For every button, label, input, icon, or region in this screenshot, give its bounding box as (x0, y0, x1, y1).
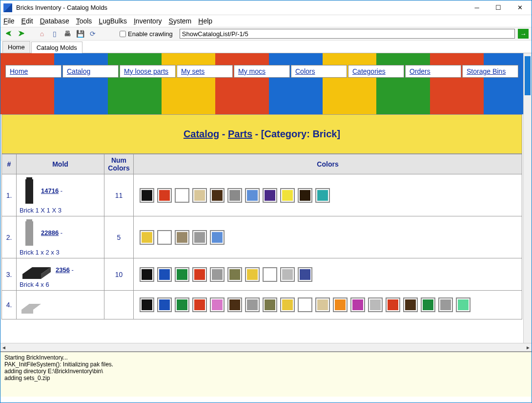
color-swatch[interactable] (175, 230, 189, 245)
color-swatch[interactable] (175, 297, 189, 312)
nav-colors[interactable]: Colors (291, 65, 347, 78)
home-icon[interactable]: ⌂ (37, 28, 47, 39)
forward-button[interactable]: ⮞ (16, 28, 27, 39)
enable-crawling-checkbox[interactable]: Enable crawling (120, 30, 173, 38)
menu-system[interactable]: System (169, 17, 192, 25)
colors-cell (134, 258, 522, 291)
tabs: HomeCatalog Molds (0, 41, 532, 53)
nav-my-mocs[interactable]: My mocs (234, 65, 290, 78)
color-swatch[interactable] (245, 188, 260, 203)
menu-help[interactable]: Help (198, 17, 212, 25)
menu-inventory[interactable]: Inventory (134, 17, 162, 25)
table-row: 1.14716 - Brick 1 X 1 X 311 (2, 174, 522, 216)
color-swatch[interactable] (157, 267, 172, 282)
color-swatch[interactable] (157, 188, 172, 203)
color-swatch[interactable] (263, 297, 277, 312)
nav-categories[interactable]: Categories (348, 65, 404, 78)
menu-tools[interactable]: Tools (76, 17, 92, 25)
color-swatch[interactable] (438, 297, 453, 312)
color-swatch[interactable] (192, 267, 207, 282)
color-swatch[interactable] (298, 267, 312, 282)
color-swatch[interactable] (280, 188, 295, 203)
col-numcolors: Num Colors (104, 154, 134, 174)
color-swatch[interactable] (140, 230, 154, 245)
menu-lugbulks[interactable]: LugBulks (99, 17, 127, 25)
color-swatch[interactable] (140, 188, 154, 203)
mold-link[interactable]: 14716 (41, 187, 59, 194)
tab-catalog-molds[interactable]: Catalog Molds (31, 42, 82, 53)
horizontal-scrollbar[interactable]: ◄► (0, 343, 532, 351)
color-swatch[interactable] (368, 297, 383, 312)
color-swatch[interactable] (298, 188, 312, 203)
address-input[interactable] (180, 29, 515, 39)
color-swatch[interactable] (140, 267, 154, 282)
tab-home[interactable]: Home (2, 41, 30, 53)
nav-storage-bins[interactable]: Storage Bins (462, 65, 518, 78)
menu-file[interactable]: File (3, 17, 15, 25)
maximize-button[interactable]: ☐ (488, 1, 509, 15)
mold-link[interactable]: 2356 (56, 266, 70, 274)
color-swatch[interactable] (227, 267, 242, 282)
row-number: 4. (2, 291, 17, 319)
part-thumbnail (20, 176, 39, 207)
menu-edit[interactable]: Edit (21, 17, 33, 25)
nav-orders[interactable]: Orders (405, 65, 461, 78)
mold-link[interactable]: 22886 (41, 229, 59, 236)
row-number: 2. (2, 216, 17, 258)
color-swatch[interactable] (456, 297, 471, 312)
vertical-scrollbar[interactable] (523, 53, 532, 343)
close-button[interactable]: ✕ (509, 1, 531, 15)
color-swatch[interactable] (386, 297, 400, 312)
num-colors: 10 (104, 258, 134, 291)
color-swatch[interactable] (403, 297, 418, 312)
refresh-icon[interactable]: ⟳ (87, 28, 98, 39)
nav-home[interactable]: Home (5, 65, 61, 78)
color-swatch[interactable] (192, 297, 207, 312)
color-swatch[interactable] (350, 297, 365, 312)
color-swatch[interactable] (280, 297, 295, 312)
color-swatch[interactable] (245, 297, 260, 312)
mold-cell: 22886 - Brick 1 x 2 x 3 (17, 216, 104, 258)
colors-cell (134, 216, 522, 258)
svg-rect-5 (22, 274, 41, 279)
color-swatch[interactable] (210, 267, 225, 282)
menu-database[interactable]: Database (40, 17, 69, 25)
color-swatch[interactable] (333, 297, 348, 312)
color-swatch[interactable] (140, 297, 154, 312)
color-swatch[interactable] (227, 297, 242, 312)
color-swatch[interactable] (210, 188, 225, 203)
color-swatch[interactable] (157, 297, 172, 312)
color-swatch[interactable] (298, 297, 312, 312)
color-swatch[interactable] (263, 188, 277, 203)
breadcrumb-category: [Category: Brick] (261, 128, 340, 139)
nav-my-loose-parts[interactable]: My loose parts (120, 65, 176, 78)
color-swatch[interactable] (263, 267, 277, 282)
color-swatch[interactable] (421, 297, 435, 312)
save-icon[interactable]: 💾 (75, 28, 85, 39)
minimize-button[interactable]: ─ (466, 1, 488, 15)
go-button[interactable]: → (518, 29, 529, 39)
color-swatch[interactable] (315, 297, 330, 312)
color-swatch[interactable] (210, 230, 225, 245)
svg-marker-7 (21, 304, 41, 310)
nav-catalog[interactable]: Catalog (62, 65, 119, 78)
num-colors (104, 291, 134, 319)
breadcrumb-catalog[interactable]: Catalog (184, 128, 219, 139)
color-swatch[interactable] (210, 297, 225, 312)
toolbar: ⮜ ⮞ ⌂ ▯ 🖶 💾 ⟳ Enable crawling → (0, 27, 532, 41)
page-icon[interactable]: ▯ (49, 28, 60, 39)
molds-table: # Mold Num Colors Colors 1.14716 - Brick… (1, 154, 522, 319)
color-swatch[interactable] (175, 188, 189, 203)
breadcrumb-parts[interactable]: Parts (228, 128, 252, 139)
color-swatch[interactable] (192, 230, 207, 245)
color-swatch[interactable] (175, 267, 189, 282)
color-swatch[interactable] (245, 267, 260, 282)
color-swatch[interactable] (315, 188, 330, 203)
color-swatch[interactable] (280, 267, 295, 282)
print-icon[interactable]: 🖶 (62, 28, 73, 39)
back-button[interactable]: ⮜ (3, 28, 14, 39)
color-swatch[interactable] (157, 230, 172, 245)
color-swatch[interactable] (192, 188, 207, 203)
nav-my-sets[interactable]: My sets (177, 65, 233, 78)
color-swatch[interactable] (227, 188, 242, 203)
